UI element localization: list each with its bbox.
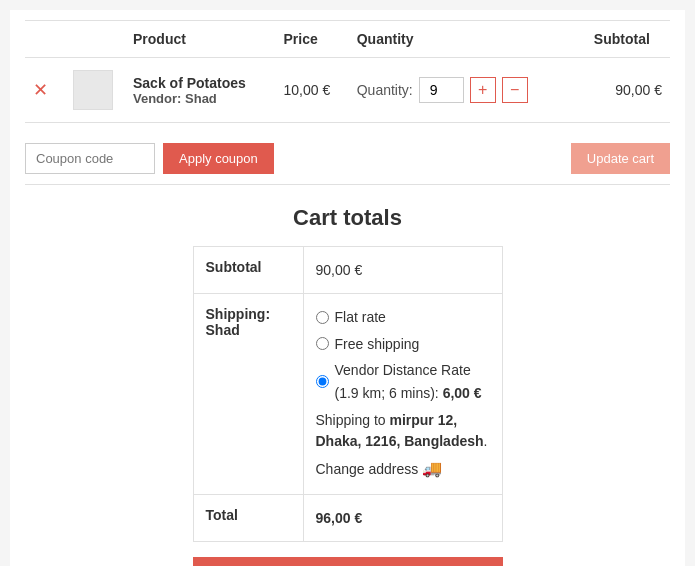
subtotal-cell: 90,00 € bbox=[586, 58, 670, 123]
th-product: Product bbox=[125, 21, 275, 58]
th-empty bbox=[567, 21, 586, 58]
quantity-input[interactable] bbox=[419, 77, 464, 103]
quantity-increase-button[interactable]: + bbox=[470, 77, 496, 103]
coupon-row: Apply coupon Update cart bbox=[25, 133, 670, 185]
page-container: Product Price Quantity Subtotal ✕ Sack o… bbox=[10, 10, 685, 566]
change-address-link[interactable]: Change address 🚚 bbox=[316, 456, 443, 482]
shipping-flat-radio[interactable] bbox=[316, 311, 329, 324]
product-cell: Sack of Potatoes Vendor: Shad bbox=[125, 58, 275, 123]
cart-totals-section: Cart totals Subtotal 90,00 € Shipping: S… bbox=[25, 205, 670, 566]
apply-coupon-button[interactable]: Apply coupon bbox=[163, 143, 274, 174]
quantity-decrease-button[interactable]: − bbox=[502, 77, 528, 103]
remove-cell: ✕ bbox=[25, 58, 65, 123]
coupon-input[interactable] bbox=[25, 143, 155, 174]
cart-table: Product Price Quantity Subtotal ✕ Sack o… bbox=[25, 20, 670, 123]
empty-cell bbox=[567, 58, 586, 123]
total-amount: 96,00 € bbox=[316, 510, 363, 526]
truck-icon: 🚚 bbox=[422, 456, 442, 482]
checkout-btn-wrapper: Proceed to checkout bbox=[193, 557, 503, 566]
checkout-button[interactable]: Proceed to checkout bbox=[193, 557, 503, 566]
subtotal-row: Subtotal 90,00 € bbox=[194, 247, 502, 294]
shipping-free-radio[interactable] bbox=[316, 337, 329, 350]
th-quantity: Quantity bbox=[349, 21, 567, 58]
update-cart-button[interactable]: Update cart bbox=[571, 143, 670, 174]
price-cell: 10,00 € bbox=[275, 58, 348, 123]
th-remove bbox=[25, 21, 65, 58]
quantity-cell: Quantity: + − bbox=[349, 58, 567, 123]
shipping-option-flat: Flat rate bbox=[316, 306, 490, 328]
product-thumbnail bbox=[73, 70, 113, 110]
product-name: Sack of Potatoes bbox=[133, 75, 267, 91]
subtotal-value: 90,00 € bbox=[304, 247, 502, 293]
vendor-label: Vendor: bbox=[133, 91, 181, 106]
th-subtotal: Subtotal bbox=[586, 21, 670, 58]
total-row: Total 96,00 € bbox=[194, 495, 502, 541]
shipping-address: Shipping to mirpur 12, Dhaka, 1216, Bang… bbox=[316, 410, 490, 452]
remove-button[interactable]: ✕ bbox=[33, 81, 48, 99]
total-value: 96,00 € bbox=[304, 495, 502, 541]
vendor-name: Shad bbox=[185, 91, 217, 106]
th-price: Price bbox=[275, 21, 348, 58]
product-vendor: Vendor: Shad bbox=[133, 91, 267, 106]
quantity-label: Quantity: bbox=[357, 82, 413, 98]
shipping-label: Shipping: Shad bbox=[194, 294, 304, 493]
shipping-free-label: Free shipping bbox=[335, 333, 420, 355]
th-image bbox=[65, 21, 125, 58]
shipping-flat-label: Flat rate bbox=[335, 306, 386, 328]
total-label: Total bbox=[194, 495, 304, 541]
coupon-left: Apply coupon bbox=[25, 143, 274, 174]
shipping-option-free: Free shipping bbox=[316, 333, 490, 355]
totals-table: Subtotal 90,00 € Shipping: Shad Flat rat… bbox=[193, 246, 503, 542]
shipping-vendor-rate: 6,00 € bbox=[443, 385, 482, 401]
subtotal-label: Subtotal bbox=[194, 247, 304, 293]
cart-totals-title: Cart totals bbox=[293, 205, 402, 231]
table-row: ✕ Sack of Potatoes Vendor: Shad 10,00 € … bbox=[25, 58, 670, 123]
shipping-value: Flat rate Free shipping Vendor Distance … bbox=[304, 294, 502, 493]
shipping-option-vendor: Vendor Distance Rate (1.9 km; 6 mins): 6… bbox=[316, 359, 490, 404]
change-address-label: Change address bbox=[316, 458, 419, 480]
shipping-vendor-label: Vendor Distance Rate (1.9 km; 6 mins): 6… bbox=[335, 359, 490, 404]
image-cell bbox=[65, 58, 125, 123]
shipping-vendor-radio[interactable] bbox=[316, 375, 329, 388]
shipping-row: Shipping: Shad Flat rate Free shipping bbox=[194, 294, 502, 494]
